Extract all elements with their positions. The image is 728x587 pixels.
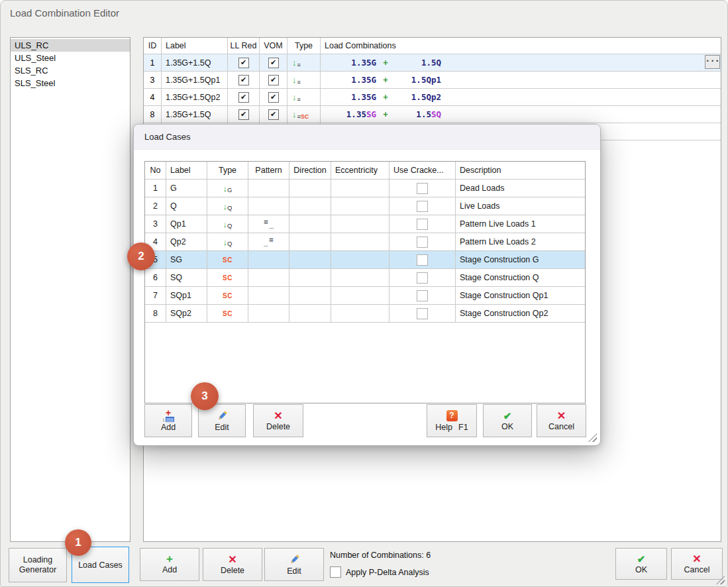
check-icon: ✔ [240, 111, 246, 118]
case-direction [289, 215, 331, 233]
combination-group-list[interactable]: ULS_RC ULS_Steel SLS_RC SLS_Steel [10, 37, 130, 542]
combination-id: 3 [144, 72, 162, 88]
combination-row[interactable]: 8 1.35G+1.5Q ✔ ✔ ↓≡SC 1.35SG + 1.5SQ [144, 106, 721, 123]
dialog-help-button[interactable]: ? HelpF1 [427, 404, 477, 437]
check-icon: ✔ [270, 76, 276, 83]
vom-checkbox[interactable]: ✔ [268, 109, 279, 120]
check-icon: ✔ [240, 76, 246, 83]
dialog-ok-button[interactable]: ✔ OK [483, 404, 532, 437]
use-cracked-checkbox[interactable] [417, 183, 428, 194]
list-item-uls-rc[interactable]: ULS_RC [11, 39, 130, 52]
cell-type: ↓≡SC [287, 106, 321, 123]
col-vom: VOM [260, 38, 287, 54]
list-item-sls-rc[interactable]: SLS_RC [11, 64, 130, 77]
case-eccentricity [331, 305, 390, 322]
case-label: SQp2 [166, 305, 207, 322]
cancel-button[interactable]: ✕ Cancel [671, 548, 723, 580]
add-combination-button[interactable]: + Add [140, 548, 199, 581]
delete-x-icon: ✕ [274, 411, 282, 421]
dialog-cancel-button[interactable]: ✕ Cancel [537, 404, 586, 437]
list-item-sls-steel[interactable]: SLS_Steel [11, 77, 130, 89]
case-1: SG [366, 109, 376, 119]
ellipsis-button[interactable]: ... [705, 55, 720, 69]
cell-ll-red: ✔ [228, 106, 260, 123]
load-case-row[interactable]: 3 Qp1 ↓Q =_ Pattern Live Loads 1 [145, 215, 585, 233]
pattern-span-low-icon: _ [270, 221, 274, 229]
case-label: Qp1 [166, 215, 207, 233]
col-direction: Direction [289, 162, 331, 179]
ll-red-checkbox[interactable]: ✔ [238, 92, 249, 103]
load-case-row[interactable]: 2 Q ↓Q Live Loads [145, 197, 585, 215]
stage-construction-icon: SC [223, 310, 233, 317]
load-case-row[interactable]: 6 SQ SC Stage Construction Q [145, 269, 585, 287]
use-cracked-checkbox[interactable] [417, 290, 428, 301]
type-subscript: Q [227, 240, 232, 247]
case-label: SG [166, 251, 207, 268]
case-pattern [248, 269, 289, 286]
dialog-add-label: Add [161, 423, 176, 432]
ok-button[interactable]: ✔ OK [615, 548, 667, 580]
ll-red-checkbox[interactable]: ✔ [238, 109, 249, 120]
use-cracked-checkbox[interactable] [417, 237, 428, 248]
pencil-icon [217, 410, 228, 421]
case-pattern [248, 287, 289, 304]
list-item-uls-steel[interactable]: ULS_Steel [11, 52, 130, 64]
cell-use-cracked [390, 287, 456, 304]
coef-1: 1.35 [351, 75, 371, 85]
combination-row[interactable]: 1 1.35G+1.5Q ✔ ✔ ↓≡ 1.35G + 1.5Q ... [144, 54, 721, 72]
case-direction [289, 233, 331, 250]
case-eccentricity [331, 180, 390, 197]
combination-row[interactable]: 4 1.35G+1.5Qp2 ✔ ✔ ↓≡ 1.35G + 1.5Qp2 [144, 89, 721, 106]
dialog-resize-grip[interactable] [588, 433, 597, 442]
stage-construction-icon: SC [301, 114, 309, 120]
mini-arrow-icon: ↓ [162, 417, 166, 422]
distributed-load-icon: ≡ [297, 97, 301, 103]
ll-red-checkbox[interactable]: ✔ [238, 58, 249, 68]
combination-id: 1 [144, 54, 162, 71]
load-case-row[interactable]: 8 SQp2 SC Stage Construction Qp2 [145, 305, 585, 323]
load-case-row[interactable]: 4 Qp2 ↓Q _= Pattern Live Loads 2 [145, 233, 585, 251]
use-cracked-checkbox[interactable] [417, 254, 428, 266]
case-2: SQ [431, 109, 441, 119]
vom-checkbox[interactable]: ✔ [268, 58, 279, 68]
plus-operator: + [376, 58, 395, 68]
dialog-title-bar[interactable]: Load Cases [134, 125, 600, 150]
dialog-add-button[interactable]: + ↓ Add [144, 404, 192, 437]
col-no: No [145, 162, 166, 179]
dialog-delete-button[interactable]: ✕ Delete [253, 404, 303, 437]
p-delta-label: Apply P-Delta Analysis [346, 568, 429, 577]
ll-red-checkbox[interactable]: ✔ [238, 75, 249, 85]
p-delta-option[interactable]: Apply P-Delta Analysis [330, 566, 429, 578]
case-eccentricity [331, 233, 390, 250]
p-delta-checkbox[interactable] [330, 566, 341, 578]
edit-combination-button[interactable]: Edit [264, 548, 324, 581]
annotation-badge-3: 3 [191, 382, 219, 410]
pencil-icon [289, 554, 300, 565]
check-icon: ✔ [270, 93, 276, 101]
case-1: G [371, 58, 376, 68]
vom-checkbox[interactable]: ✔ [268, 92, 279, 103]
col-use-cracked: Use Cracke... [390, 162, 456, 179]
use-cracked-checkbox[interactable] [417, 272, 428, 284]
col-pattern: Pattern [248, 162, 289, 179]
load-case-row[interactable]: 7 SQp1 SC Stage Construction Qp1 [145, 287, 585, 305]
col-label: Label [162, 38, 228, 54]
load-case-row-selected[interactable]: 5 SG SC Stage Construction G [145, 251, 585, 269]
case-type: SC [207, 305, 248, 322]
delete-combination-button[interactable]: ✕ Delete [203, 548, 262, 581]
use-cracked-checkbox[interactable] [417, 219, 428, 230]
case-type: ↓Q [207, 215, 248, 233]
pattern-span-low-icon: _ [264, 239, 268, 246]
distributed-load-icon: ≡ [297, 62, 301, 68]
case-pattern [248, 305, 289, 322]
loading-generator-button[interactable]: Loading Generator [9, 548, 67, 582]
loading-generator-label-1: Loading [23, 555, 53, 565]
coef-2: 1.5 [416, 109, 431, 119]
use-cracked-checkbox[interactable] [417, 308, 428, 319]
cell-use-cracked [390, 269, 456, 286]
vom-checkbox[interactable]: ✔ [268, 75, 279, 85]
pattern-span-high-icon: = [264, 218, 268, 226]
use-cracked-checkbox[interactable] [417, 201, 428, 212]
load-case-row[interactable]: 1 G ↓G Dead Loads [145, 180, 585, 197]
combination-row[interactable]: 3 1.35G+1.5Qp1 ✔ ✔ ↓≡ 1.35G + 1.5Qp1 [144, 72, 721, 89]
